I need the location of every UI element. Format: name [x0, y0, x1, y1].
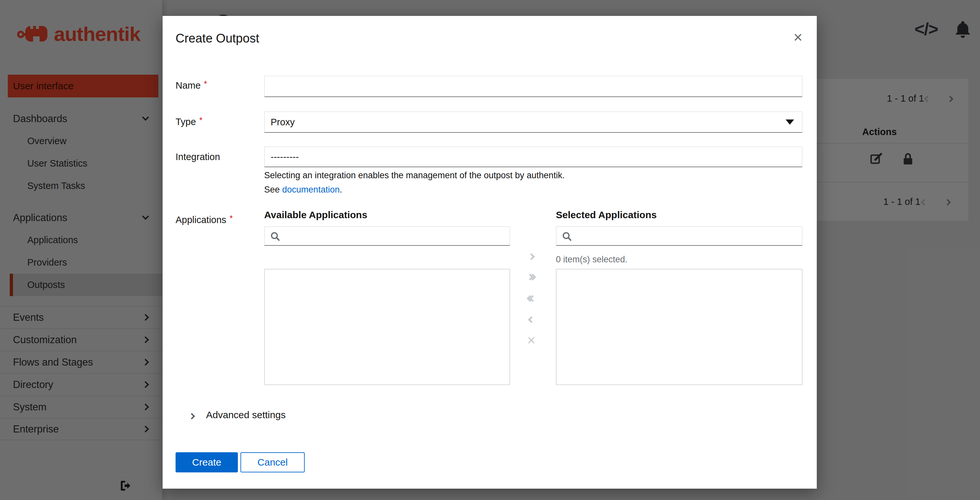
- available-applications-listbox[interactable]: [264, 269, 510, 385]
- type-select[interactable]: Proxy: [264, 111, 802, 133]
- integration-label: Integration: [175, 151, 220, 162]
- label-text: Applications: [175, 215, 226, 225]
- selected-search-input[interactable]: [557, 227, 802, 245]
- name-label: Name*: [175, 80, 207, 91]
- close-icon[interactable]: ×: [794, 30, 802, 45]
- help-period: .: [340, 185, 342, 194]
- remove-selected-button[interactable]: [522, 311, 540, 328]
- name-input[interactable]: [264, 76, 802, 97]
- label-text: Name: [175, 80, 200, 91]
- cancel-button[interactable]: Cancel: [240, 452, 305, 472]
- create-outpost-modal: Create Outpost × Name* Type* Proxy Integ…: [162, 16, 817, 489]
- advanced-settings-chevron-icon[interactable]: [189, 413, 195, 419]
- integration-select[interactable]: ---------: [264, 146, 802, 167]
- chevron-right-icon: [528, 253, 535, 260]
- required-asterisk: *: [229, 213, 233, 223]
- select-caret-icon: [786, 119, 794, 125]
- clear-selection-button[interactable]: ×: [522, 332, 540, 349]
- type-select-value: Proxy: [270, 117, 295, 127]
- integration-select-value: ---------: [270, 151, 299, 162]
- type-label: Type*: [175, 116, 202, 127]
- selected-applications-title: Selected Applications: [556, 209, 657, 220]
- applications-label: Applications*: [175, 215, 233, 225]
- add-selected-button[interactable]: [522, 248, 540, 265]
- label-text: Type: [175, 116, 196, 127]
- required-asterisk: *: [199, 116, 202, 125]
- add-all-button[interactable]: [522, 269, 540, 285]
- selected-count: 0 item(s) selected.: [556, 255, 628, 264]
- create-button[interactable]: Create: [175, 452, 238, 472]
- selected-search: [556, 226, 802, 246]
- available-search-input[interactable]: [265, 227, 509, 245]
- integration-help-see: See documentation.: [264, 185, 342, 195]
- chevron-left-icon: [528, 316, 535, 323]
- available-search: [264, 226, 510, 246]
- required-asterisk: *: [204, 79, 207, 88]
- modal-title: Create Outpost: [175, 32, 259, 45]
- integration-help-text: Selecting an integration enables the man…: [264, 170, 565, 180]
- advanced-settings-toggle[interactable]: Advanced settings: [206, 409, 286, 420]
- selected-applications-listbox[interactable]: [556, 269, 802, 385]
- help-see-text: See: [264, 185, 280, 194]
- documentation-link[interactable]: documentation: [282, 185, 340, 194]
- available-applications-title: Available Applications: [264, 209, 368, 220]
- remove-all-button[interactable]: [522, 290, 540, 307]
